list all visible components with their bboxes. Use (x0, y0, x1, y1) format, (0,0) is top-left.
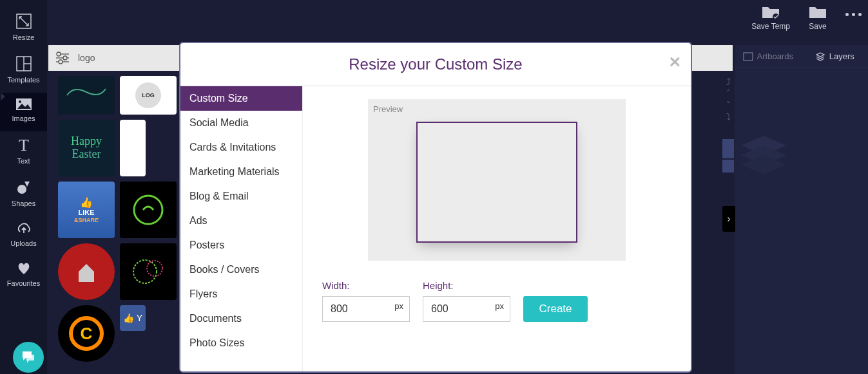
svg-text:C: C (81, 324, 93, 343)
sidebar-item-templates[interactable]: Templates (0, 50, 47, 93)
template-thumb[interactable]: 👍 Y (120, 305, 146, 331)
chat-button[interactable] (13, 342, 44, 373)
sidebar-label-favourites: Favourites (7, 279, 40, 287)
category-photo-sizes[interactable]: Photo Sizes (180, 331, 302, 355)
templates-grid: LOG HappyEaster 👍LIKE&SHARE C 👍 Y (58, 76, 187, 362)
arrow-bottom[interactable]: ⤵ (722, 111, 734, 122)
resize-modal: Resize your Custom Size × Custom Size So… (179, 42, 692, 373)
svg-point-11 (63, 56, 67, 60)
template-thumb[interactable]: C (58, 305, 115, 362)
sidebar-item-text[interactable]: T Text (0, 131, 47, 174)
layers-icon (815, 51, 825, 62)
layer-strip[interactable] (722, 139, 734, 158)
top-right-toolbar: Save Temp Save (751, 4, 862, 31)
sidebar-label-images: Images (12, 115, 35, 122)
preview-rect (416, 122, 577, 243)
left-sidebar: Resize Templates Images T Text Shapes Up… (0, 0, 47, 374)
templates-icon (15, 55, 32, 72)
save-label: Save (809, 22, 826, 31)
resize-icon (15, 13, 32, 30)
width-unit: px (394, 301, 403, 311)
heart-icon (16, 261, 32, 276)
width-label: Width: (322, 280, 410, 291)
svg-text:T: T (19, 136, 29, 153)
folder-check-icon (761, 4, 780, 19)
filter-icon[interactable] (55, 50, 70, 66)
tab-layers[interactable]: Layers (802, 45, 869, 68)
category-documents[interactable]: Documents (180, 306, 302, 331)
template-thumb[interactable] (120, 182, 177, 238)
svg-point-19 (147, 261, 162, 276)
sidebar-label-text: Text (17, 157, 30, 165)
template-thumb[interactable] (58, 76, 115, 115)
template-thumb[interactable]: LOG (120, 76, 177, 115)
sidebar-item-shapes[interactable]: Shapes (0, 174, 47, 216)
category-marketing[interactable]: Marketing Materials (180, 160, 302, 184)
sidebar-label-resize: Resize (13, 33, 35, 41)
layers-label: Layers (829, 51, 854, 61)
category-blog-email[interactable]: Blog & Email (180, 184, 302, 209)
arrow-up[interactable]: ˄ (722, 88, 734, 99)
artboards-label: Artboards (757, 51, 793, 61)
create-button[interactable]: Create (523, 296, 588, 322)
template-thumb[interactable]: 👍LIKE&SHARE (58, 182, 115, 238)
preview-box: Preview (368, 99, 626, 261)
svg-point-18 (133, 260, 157, 283)
expand-panel-button[interactable]: › (722, 206, 735, 232)
sidebar-label-shapes: Shapes (12, 200, 35, 207)
folder-icon (808, 4, 827, 19)
dimensions-row: Width: px Height: px Create (322, 280, 671, 322)
uploads-icon (15, 221, 32, 236)
height-unit: px (495, 301, 504, 311)
sidebar-label-templates: Templates (7, 76, 39, 84)
modal-title: Resize your Custom Size (349, 55, 522, 73)
svg-point-14 (59, 60, 63, 64)
svg-point-5 (19, 100, 21, 103)
save-temp-label: Save Temp (751, 22, 790, 31)
chat-icon (20, 349, 37, 366)
svg-point-9 (57, 52, 61, 56)
category-flyers[interactable]: Flyers (180, 282, 302, 306)
save-temp-button[interactable]: Save Temp (751, 4, 790, 31)
height-label: Height: (423, 280, 510, 291)
template-thumb[interactable] (120, 243, 177, 300)
category-social-media[interactable]: Social Media (180, 111, 302, 135)
tab-artboards[interactable]: Artboards (735, 45, 802, 68)
artboards-icon (743, 52, 753, 61)
layers-empty-icon (735, 133, 793, 178)
category-books[interactable]: Books / Covers (180, 257, 302, 282)
shapes-icon (15, 179, 32, 196)
sidebar-label-uploads: Uploads (10, 239, 36, 247)
arrow-top[interactable]: ⤴ (722, 76, 734, 88)
arrow-down[interactable]: ˅ (722, 99, 734, 111)
right-panel: Artboards Layers (735, 45, 868, 374)
text-icon: T (15, 136, 32, 153)
close-icon[interactable]: × (669, 52, 680, 71)
layer-order-arrows: ⤴ ˄ ˅ ⤵ (722, 76, 734, 173)
save-button[interactable]: Save (808, 4, 827, 31)
sidebar-item-uploads[interactable]: Uploads (0, 216, 47, 256)
sidebar-item-favourites[interactable]: Favourites (0, 256, 47, 296)
category-cards[interactable]: Cards & Invitations (180, 135, 302, 160)
svg-point-17 (134, 196, 162, 224)
template-thumb[interactable] (120, 120, 146, 176)
modal-header: Resize your Custom Size × (180, 43, 691, 86)
svg-point-7 (17, 185, 26, 194)
modal-content: Preview Width: px Height: px (303, 86, 691, 371)
modal-category-list[interactable]: Custom Size Social Media Cards & Invitat… (180, 86, 303, 371)
svg-rect-22 (744, 53, 753, 61)
category-posters[interactable]: Posters (180, 233, 302, 257)
more-menu-button[interactable] (845, 4, 862, 16)
sidebar-item-resize[interactable]: Resize (0, 8, 47, 50)
category-ads[interactable]: Ads (180, 209, 302, 233)
layer-strip[interactable] (722, 160, 734, 173)
images-icon (15, 98, 32, 111)
template-thumb[interactable]: HappyEaster (58, 120, 115, 176)
template-thumb[interactable] (58, 243, 115, 300)
category-custom-size[interactable]: Custom Size (180, 86, 302, 111)
preview-label: Preview (373, 104, 621, 114)
sidebar-item-images[interactable]: Images (0, 93, 47, 131)
